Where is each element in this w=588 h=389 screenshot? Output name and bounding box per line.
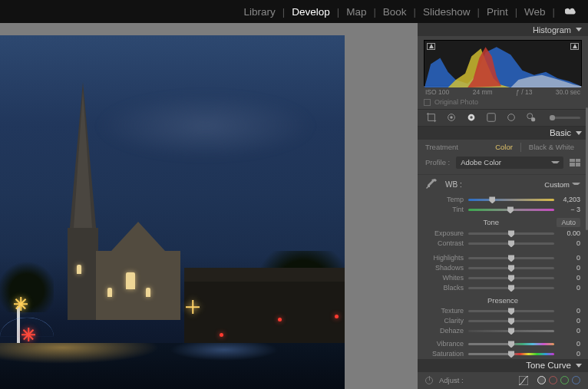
histogram-plot[interactable] [424, 40, 582, 86]
cloud-sync-icon[interactable] [565, 5, 577, 18]
module-library[interactable]: Library [243, 6, 277, 18]
spot-tool[interactable] [445, 111, 458, 124]
tool-strip [418, 109, 588, 127]
clarity-slider[interactable] [468, 318, 554, 324]
temp-slider[interactable] [468, 196, 554, 203]
mask-tool[interactable] [485, 111, 497, 124]
module-web[interactable]: Web [523, 6, 547, 18]
texture-slider[interactable] [468, 308, 554, 314]
vibrance-slider[interactable] [468, 341, 554, 347]
clarity-value[interactable]: 0 [559, 317, 580, 325]
svg-point-7 [531, 117, 535, 121]
collapse-icon [576, 28, 582, 31]
contrast-slider[interactable] [468, 240, 554, 246]
channel-blue[interactable] [572, 376, 580, 384]
module-separator: | [277, 6, 290, 18]
collapse-icon [576, 364, 582, 368]
temp-label: Temp [425, 196, 464, 203]
vibrance-label: Vibrance [425, 340, 464, 348]
channel-green[interactable] [560, 376, 569, 384]
treatment-color[interactable]: Color [489, 143, 519, 151]
parametric-curve-icon[interactable] [519, 376, 528, 385]
texture-label: Texture [425, 307, 464, 315]
saturation-label: Saturation [425, 350, 464, 358]
tonecurve-header[interactable]: Tone Curve [418, 359, 588, 372]
tonecurve-power-icon[interactable] [425, 377, 433, 384]
histogram-focal: 24 mm [473, 88, 493, 96]
contrast-value[interactable]: 0 [559, 239, 580, 247]
image-canvas[interactable] [0, 23, 418, 389]
basic-panel: Treatment Color Black & White Profile : … [418, 140, 588, 359]
presence-header: Presence [425, 296, 580, 305]
preview-image[interactable] [0, 35, 345, 389]
tonecurve-panel: Adjust : [418, 372, 588, 389]
histogram-title: Histogram [533, 25, 571, 35]
brush-tool[interactable] [525, 111, 537, 124]
module-map[interactable]: Map [345, 6, 368, 18]
dehaze-label: Dehaze [425, 327, 464, 335]
dehaze-value[interactable]: 0 [559, 327, 580, 335]
histogram-shutter: 30.0 sec [556, 88, 580, 96]
blacks-slider[interactable] [468, 285, 554, 291]
histogram-header[interactable]: Histogram [418, 23, 588, 36]
saturation-slider[interactable] [468, 351, 554, 357]
saturation-value[interactable]: 0 [559, 350, 580, 358]
module-book[interactable]: Book [382, 6, 408, 18]
collapse-icon [576, 131, 582, 135]
tint-slider[interactable] [468, 206, 554, 213]
shadows-slider[interactable] [468, 265, 554, 271]
module-bar: Library | Develop | Map | Book | Slidesh… [0, 0, 588, 23]
whites-value[interactable]: 0 [559, 274, 580, 282]
whites-slider[interactable] [468, 275, 554, 281]
treatment-bw[interactable]: Black & White [523, 143, 580, 151]
original-photo-checkbox[interactable] [424, 99, 431, 106]
basic-title: Basic [550, 128, 571, 137]
profile-select[interactable]: Adobe Color [456, 157, 563, 169]
right-panel: Histogram ISO 100 24 mm ƒ / 13 30.0 sec [418, 23, 588, 389]
svg-point-6 [527, 114, 533, 119]
blacks-value[interactable]: 0 [559, 284, 580, 292]
exposure-value[interactable]: 0.00 [559, 229, 580, 237]
tint-value[interactable]: − 3 [559, 206, 580, 213]
redeye-tool[interactable] [465, 111, 477, 124]
module-slideshow[interactable]: Slideshow [421, 6, 472, 18]
channel-red[interactable] [549, 376, 557, 384]
wb-label: WB : [445, 180, 462, 189]
shadows-label: Shadows [425, 264, 464, 272]
dehaze-slider[interactable] [468, 328, 554, 334]
highlights-slider[interactable] [468, 255, 554, 261]
temp-value[interactable]: 4,203 [559, 196, 580, 203]
channel-rgb[interactable] [537, 376, 546, 384]
histogram-panel: ISO 100 24 mm ƒ / 13 30.0 sec Original P… [418, 36, 588, 109]
histogram-iso: ISO 100 [425, 88, 449, 96]
crop-tool[interactable] [425, 111, 438, 124]
texture-value[interactable]: 0 [559, 307, 580, 315]
contrast-label: Contrast [425, 239, 464, 247]
tool-amount-slider[interactable] [550, 117, 580, 119]
wb-select[interactable]: Custom [544, 180, 580, 189]
tint-label: Tint [425, 206, 464, 213]
svg-point-3 [470, 117, 473, 120]
basic-header[interactable]: Basic [418, 127, 588, 140]
highlights-value[interactable]: 0 [559, 254, 580, 262]
tone-header: Tone [425, 218, 557, 226]
tonecurve-adjust-label: Adjust : [439, 376, 464, 384]
vibrance-value[interactable]: 0 [559, 340, 580, 348]
auto-button[interactable]: Auto [557, 218, 580, 227]
whites-label: Whites [425, 274, 464, 282]
blacks-label: Blacks [425, 284, 464, 292]
clarity-label: Clarity [425, 317, 464, 325]
highlights-label: Highlights [425, 254, 464, 262]
wb-eyedropper-icon[interactable] [425, 178, 438, 192]
tonecurve-title: Tone Curve [526, 361, 571, 370]
svg-point-5 [508, 114, 515, 121]
module-develop[interactable]: Develop [290, 6, 332, 18]
exposure-label: Exposure [425, 229, 464, 237]
profile-browser-icon[interactable] [570, 159, 580, 166]
gradient-tool[interactable] [505, 111, 517, 124]
shadows-value[interactable]: 0 [559, 264, 580, 272]
histogram-aperture: ƒ / 13 [516, 88, 532, 96]
svg-rect-4 [487, 114, 496, 122]
exposure-slider[interactable] [468, 230, 554, 236]
module-print[interactable]: Print [485, 6, 510, 18]
